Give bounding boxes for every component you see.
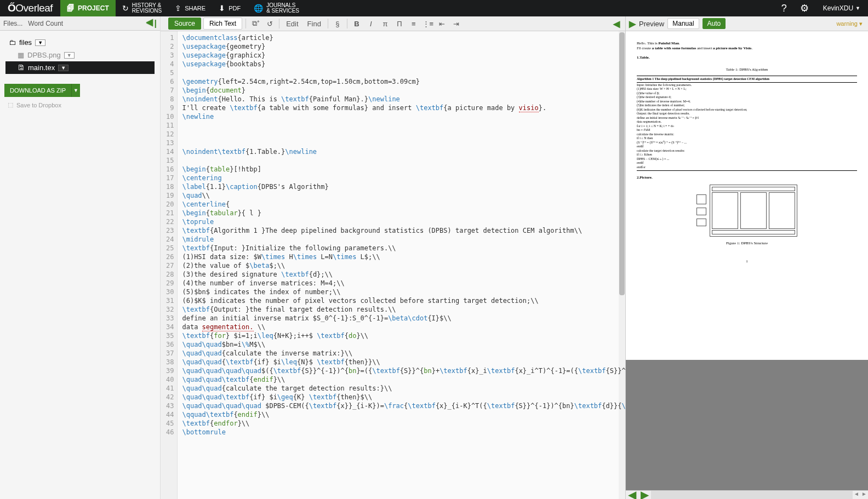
bullet-list-button[interactable]: ⋮≡ — [422, 18, 434, 30]
file-icon: 🖺 — [18, 64, 25, 72]
editor-pane: Source Rich Text ⧉⁺ ↺ Edit Find § B I π … — [161, 16, 625, 499]
pdf-figure — [637, 185, 857, 237]
preview-hscroll[interactable] — [651, 491, 853, 499]
file-row-png[interactable]: ▦ DPBS.png ▼ — [5, 49, 155, 61]
history-button[interactable]: ↻ HISTORY &REVISIONS — [116, 0, 168, 16]
file-tree-pane: Files... Word Count ⯇| 🗀 files ▼ ▦ DPBS.… — [0, 16, 161, 499]
folder-menu-button[interactable]: ▼ — [35, 39, 45, 46]
section-button[interactable]: § — [332, 18, 344, 30]
project-button[interactable]: 🗐 PROJECT — [60, 0, 116, 16]
pdf-icon: ⬇ — [219, 4, 225, 13]
journals-button[interactable]: 🌐 JOURNALS& SERVICES — [247, 0, 306, 16]
share-button[interactable]: ⇪ SHARE — [168, 0, 212, 16]
code-content[interactable]: \documentclass{article}\usepackage{geome… — [178, 31, 625, 499]
user-menu[interactable]: KevinXDU▼ — [815, 0, 868, 16]
copy-icon: 🗐 — [67, 4, 75, 13]
files-tab[interactable]: Files... — [3, 20, 22, 27]
globe-icon: 🌐 — [254, 4, 263, 13]
sync-left-button[interactable]: ◀ — [626, 491, 638, 499]
history-icon: ↻ — [122, 4, 129, 13]
pdf-button[interactable]: ⬇ PDF — [212, 0, 247, 16]
image-icon: ▦ — [18, 51, 24, 59]
italic-button[interactable]: I — [365, 18, 377, 30]
code-editor[interactable]: 1234567891011121314151617181920212223242… — [161, 31, 625, 499]
file-menu-button[interactable]: ▼ — [64, 52, 75, 59]
share-icon: ⇪ — [175, 4, 181, 13]
preview-label: Preview — [639, 20, 664, 28]
manual-tab[interactable]: Manual — [667, 18, 699, 29]
source-tab[interactable]: Source — [168, 18, 201, 30]
save-dropbox-button[interactable]: ⬚ Save to Dropbox — [0, 101, 160, 108]
top-toolbar: ŐOverleaf 🗐 PROJECT ↻ HISTORY &REVISIONS… — [0, 0, 868, 16]
preview-scroll[interactable]: Hello. This is Painful Man. I'll create … — [626, 31, 868, 490]
help-button[interactable]: ? — [775, 0, 793, 16]
word-count-tab[interactable]: Word Count — [28, 20, 63, 27]
gear-icon: ⚙ — [800, 2, 809, 14]
overleaf-logo[interactable]: ŐOverleaf — [0, 0, 60, 16]
history-button-small[interactable]: ↺ — [264, 18, 276, 30]
bigpi-button[interactable]: Π — [393, 18, 406, 30]
numbered-list-button[interactable]: ≡ — [408, 18, 420, 30]
download-caret-button[interactable]: ▼ — [71, 84, 80, 97]
pi-button[interactable]: π — [379, 18, 391, 30]
folder-icon: 🗀 — [9, 38, 16, 47]
folder-row[interactable]: 🗀 files ▼ — [5, 36, 155, 49]
file-menu-button[interactable]: ▼ — [58, 65, 68, 71]
auto-tab[interactable]: Auto — [703, 18, 726, 29]
sync-right-button[interactable]: ▶ — [638, 491, 651, 499]
insert-figure-button[interactable]: ⧉⁺ — [249, 18, 261, 30]
dropbox-icon: ⬚ — [8, 101, 13, 108]
settings-button[interactable]: ⚙ — [793, 0, 815, 16]
expand-preview-icon[interactable]: ▶ — [629, 19, 636, 29]
line-gutter: 1234567891011121314151617181920212223242… — [161, 31, 178, 499]
editor-scrollbar[interactable] — [619, 31, 625, 499]
scroll-right-button[interactable]: ► — [860, 491, 868, 499]
preview-pane: ▶ Preview Manual Auto warning ▾ Hello. T… — [625, 16, 868, 499]
warning-button[interactable]: warning ▾ — [834, 19, 865, 28]
outdent-button[interactable]: ⇤ — [436, 18, 448, 30]
indent-button[interactable]: ⇥ — [450, 18, 462, 30]
edit-menu[interactable]: Edit — [283, 18, 301, 30]
download-zip-button[interactable]: DOWNLOAD AS ZIP — [4, 84, 71, 97]
file-row-tex[interactable]: 🖺 main.tex ▼ — [5, 61, 155, 74]
collapse-left-icon[interactable]: ⯇| — [146, 19, 157, 28]
pdf-page: Hello. This is Painful Man. I'll create … — [626, 31, 868, 360]
bold-button[interactable]: B — [351, 18, 363, 30]
scroll-left-button[interactable]: ◄ — [853, 491, 860, 499]
help-icon: ? — [781, 3, 787, 14]
find-menu[interactable]: Find — [304, 18, 324, 30]
chevron-down-icon: ▼ — [855, 5, 860, 11]
collapse-right-icon[interactable]: ◀ — [610, 19, 623, 29]
rich-text-tab[interactable]: Rich Text — [203, 18, 242, 30]
